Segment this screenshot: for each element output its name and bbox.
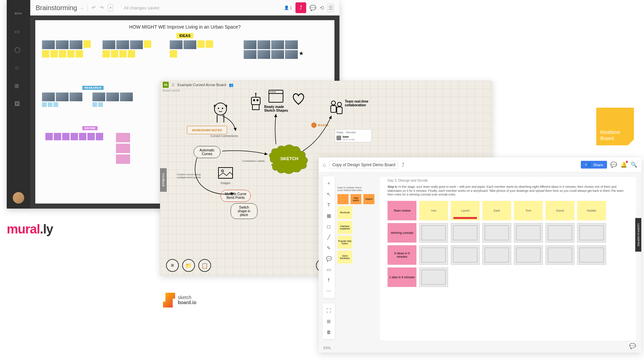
wireframe-photo[interactable] [546, 245, 574, 265]
wireframe-photo[interactable] [577, 245, 606, 265]
column-header-sticky[interactable]: Tom [514, 201, 543, 220]
column-header-sticky[interactable]: Natalie [577, 201, 606, 220]
row-header-sticky[interactable]: 1 idea in 5 minutes [388, 267, 416, 287]
define-column[interactable] [116, 133, 130, 164]
menu-icon[interactable]: ☰ [171, 83, 175, 87]
activity-icon[interactable]: ⟲ [320, 5, 324, 11]
image-thumb[interactable] [42, 40, 55, 49]
list-icon[interactable]: ☰ [327, 4, 334, 12]
chat-widget[interactable]: 💬 [629, 342, 637, 350]
chevron-down-icon[interactable]: ⌵ [81, 6, 83, 10]
wireframe-photo[interactable] [451, 245, 480, 265]
board-title[interactable]: Copy of Design Sprint Demo Board [329, 161, 398, 169]
sticky-note[interactable] [128, 50, 135, 58]
image-thumb[interactable] [285, 40, 298, 49]
ideas-cluster-2[interactable] [103, 40, 156, 58]
sticky-note[interactable] [71, 133, 78, 140]
image-thumb[interactable] [170, 40, 183, 49]
image-thumb[interactable] [56, 40, 69, 49]
user-count[interactable]: 👤 1 [284, 5, 292, 10]
sticky-note[interactable] [111, 50, 118, 58]
sticky-note[interactable] [98, 102, 103, 107]
column-header-sticky[interactable]: Ann [419, 201, 448, 220]
robot-doodle[interactable] [247, 92, 264, 114]
home-icon[interactable]: ⌂ [323, 162, 326, 168]
collaborators-icon[interactable]: 👥 [229, 83, 234, 87]
grid-icon[interactable]: ⊞ [323, 316, 335, 326]
wireframe-photo[interactable] [419, 267, 448, 287]
text-icon[interactable]: T [323, 200, 335, 210]
wireframe-photo[interactable] [514, 245, 543, 265]
wireframe-photo[interactable] [546, 223, 574, 243]
image-thumb[interactable] [70, 93, 82, 101]
row-header-sticky[interactable]: Winning concept [388, 223, 416, 243]
line-icon[interactable]: ╱ [323, 232, 335, 242]
sticky-note[interactable] [119, 50, 127, 58]
ideas-cluster-4[interactable]: ★ [244, 40, 311, 59]
sticky-note[interactable] [206, 40, 213, 48]
help-sticky[interactable]: Send feedback [337, 251, 352, 263]
sticky-note[interactable] [59, 50, 66, 58]
help-sticky[interactable]: Shortcuts [337, 206, 352, 219]
sticky-note[interactable] [50, 50, 58, 58]
sticky-note[interactable] [62, 133, 70, 140]
image-icon[interactable]: 🖼 [14, 101, 23, 109]
trash-icon[interactable]: 🗑 [323, 327, 335, 337]
sticky-note[interactable] [54, 133, 61, 140]
pen-icon[interactable]: ✎ [323, 243, 335, 253]
sticky-note[interactable] [87, 133, 95, 140]
column-header-sticky[interactable]: Zack [482, 201, 511, 220]
shape-icon[interactable]: ◻ [323, 221, 335, 231]
learn-inspire-tab[interactable]: LEARN & INSPIRE [635, 218, 641, 252]
help-sticky[interactable] [337, 194, 349, 204]
research-cluster-2[interactable] [92, 93, 136, 107]
image-thumb[interactable] [56, 93, 69, 101]
team-doodle[interactable] [328, 99, 345, 117]
share-button[interactable]: ⤴ [295, 2, 306, 13]
marker-icon[interactable]: • [108, 4, 113, 11]
wireframe-photo[interactable] [451, 223, 480, 243]
shape-icon[interactable]: ◯ [14, 46, 23, 55]
sticky-icon[interactable]: ▦ [323, 211, 335, 221]
switch-shape-box[interactable]: Switch shape in place [231, 203, 257, 219]
wireframe-photo[interactable] [577, 223, 606, 243]
notification-icon[interactable]: 🔔 [620, 161, 627, 168]
reply-action[interactable]: Reply [336, 131, 343, 134]
sticky-note[interactable] [45, 133, 53, 140]
image-thumb[interactable] [244, 50, 256, 59]
help-sticky[interactable]: Search [363, 194, 374, 204]
star-icon[interactable]: ☆ [14, 65, 23, 73]
image-thumb[interactable] [257, 50, 270, 59]
image-thumb[interactable] [271, 40, 284, 49]
column-header-sticky[interactable]: Laurel [451, 201, 480, 220]
sticky-note[interactable] [197, 40, 205, 48]
define-cluster[interactable] [45, 133, 106, 140]
image-thumb[interactable] [116, 40, 129, 49]
redo-icon[interactable]: ↷ [100, 5, 104, 10]
sticky-note[interactable] [48, 102, 52, 107]
sticky-note[interactable] [170, 50, 177, 58]
grid-icon[interactable]: ⊞ [14, 83, 23, 91]
resolve-action[interactable]: Resolve [346, 131, 356, 134]
fullscreen-icon[interactable]: ⛶ [323, 305, 335, 316]
wireframe-photo[interactable] [482, 245, 511, 265]
frame-icon[interactable]: ▭ [323, 264, 335, 275]
image-thumb[interactable] [285, 50, 298, 59]
comment-icon[interactable]: 💬 [310, 5, 316, 11]
image-thumb[interactable] [271, 50, 284, 59]
image-thumb[interactable] [92, 93, 105, 101]
multiple-curve-box[interactable]: Multiple Curve Bend Points [220, 190, 251, 202]
sticky-note[interactable] [116, 133, 130, 142]
ideas-cluster-3[interactable] [170, 40, 217, 58]
sticky-note[interactable] [83, 40, 91, 48]
rtb-board-frame[interactable]: Day 3: Diverge and Decide Step 6. At thi… [379, 176, 637, 341]
sticky-note[interactable] [144, 40, 151, 48]
note-icon[interactable]: ▭ [14, 28, 23, 36]
board-title[interactable]: Brainstorming [36, 4, 77, 12]
undo-icon[interactable]: ↶ [92, 5, 96, 10]
research-cluster-1[interactable] [42, 93, 86, 107]
ideas-cluster-1[interactable] [42, 40, 96, 58]
person-doodle[interactable] [210, 102, 231, 127]
column-header-sticky[interactable]: David [546, 201, 574, 220]
wireframe-photo[interactable] [419, 223, 448, 243]
